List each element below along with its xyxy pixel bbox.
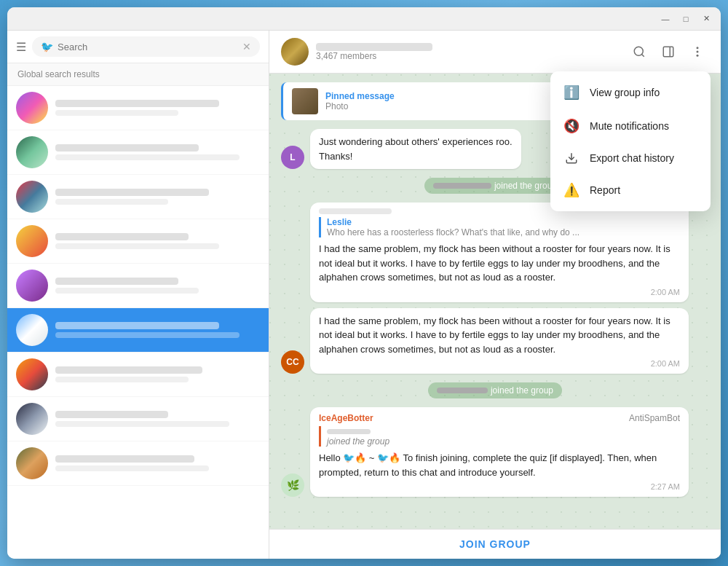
main-content: ☰ 🐦 ✕ Global search results bbox=[7, 31, 721, 559]
avatar bbox=[16, 225, 48, 257]
chat-list bbox=[7, 86, 269, 559]
group-avatar bbox=[281, 38, 309, 66]
pinned-subtitle: Photo bbox=[325, 101, 395, 111]
more-options-button[interactable] bbox=[686, 40, 709, 63]
svg-point-6 bbox=[697, 55, 699, 57]
antispam-quote: joined the group bbox=[319, 426, 680, 447]
list-item[interactable] bbox=[7, 219, 269, 264]
search-bar: ☰ 🐦 ✕ bbox=[7, 31, 269, 63]
avatar bbox=[16, 358, 48, 390]
message-bubble: Just wondering about others' experiences… bbox=[310, 129, 521, 169]
svg-rect-2 bbox=[663, 47, 673, 57]
antispam-bubble: IceAgeBotter AntiSpamBot joined the grou… bbox=[310, 407, 689, 497]
dropdown-item-mute[interactable]: 🔇 Mute notifications bbox=[550, 109, 711, 143]
list-item[interactable] bbox=[7, 264, 269, 308]
list-item-active[interactable] bbox=[7, 308, 269, 353]
sidebar-toggle-button[interactable] bbox=[657, 40, 680, 63]
maximize-button[interactable]: □ bbox=[677, 10, 695, 28]
chat-preview bbox=[55, 421, 229, 427]
minimize-button[interactable]: — bbox=[657, 10, 674, 28]
system-message: joined the group bbox=[281, 382, 709, 398]
message-quote: Leslie Who here has a roosterless flock?… bbox=[319, 217, 680, 237]
antispam-bot-label: AntiSpamBot bbox=[629, 413, 680, 423]
chat-preview bbox=[55, 377, 189, 382]
antispam-time: 2:27 AM bbox=[319, 482, 680, 491]
message-text: I had the same problem, my flock has bee… bbox=[319, 314, 680, 357]
list-item[interactable] bbox=[7, 353, 269, 397]
dropdown-label: Export chat history bbox=[590, 152, 674, 164]
sender-avatar: L bbox=[281, 146, 304, 169]
system-message-bubble: joined the group bbox=[424, 178, 566, 194]
avatar bbox=[16, 270, 48, 302]
chat-preview bbox=[55, 288, 199, 294]
chat-name bbox=[55, 411, 168, 418]
avatar bbox=[16, 314, 48, 346]
right-panel: 3,467 members bbox=[269, 31, 721, 559]
left-panel: ☰ 🐦 ✕ Global search results bbox=[7, 31, 269, 559]
chat-name bbox=[55, 322, 219, 329]
chat-name bbox=[55, 366, 202, 374]
chat-name bbox=[55, 233, 189, 240]
chat-preview bbox=[55, 332, 240, 338]
avatar bbox=[16, 181, 48, 213]
dropdown-item-view-group-info[interactable]: ℹ️ View group info bbox=[550, 76, 711, 109]
antispam-sender: IceAgeBotter bbox=[319, 413, 373, 423]
close-button[interactable]: ✕ bbox=[697, 10, 715, 28]
chat-preview bbox=[55, 110, 178, 116]
message-text: I had the same problem, my flock has bee… bbox=[319, 242, 680, 285]
chat-name bbox=[55, 100, 219, 107]
list-item[interactable] bbox=[7, 397, 269, 441]
dropdown-menu: ℹ️ View group info 🔇 Mute notifications bbox=[550, 71, 711, 211]
svg-point-0 bbox=[634, 47, 643, 55]
chat-name bbox=[55, 278, 178, 285]
chat-name bbox=[55, 189, 209, 196]
list-item[interactable] bbox=[7, 441, 269, 486]
antispam-text: Hello 🐦🔥 ~ 🐦🔥 To finish joining, complet… bbox=[319, 451, 680, 479]
info-icon: ℹ️ bbox=[563, 84, 579, 101]
dropdown-item-report[interactable]: ⚠️ Report bbox=[550, 173, 711, 207]
antispam-quote-text: joined the group bbox=[327, 436, 389, 447]
message-time: 2:00 AM bbox=[319, 359, 680, 368]
svg-point-5 bbox=[697, 51, 699, 53]
avatar bbox=[16, 92, 48, 124]
dropdown-item-export[interactable]: Export chat history bbox=[550, 143, 711, 173]
chat-preview bbox=[55, 154, 240, 160]
message-bubble: I had the same problem, my flock has bee… bbox=[310, 308, 689, 374]
avatar bbox=[16, 447, 48, 479]
list-item[interactable] bbox=[7, 130, 269, 175]
chat-name bbox=[55, 144, 199, 152]
search-bird-icon: 🐦 bbox=[41, 41, 53, 52]
app-window: — □ ✕ ☰ 🐦 ✕ Global search results bbox=[7, 7, 721, 559]
export-icon bbox=[563, 152, 579, 165]
search-input[interactable] bbox=[58, 42, 238, 52]
svg-line-1 bbox=[641, 54, 644, 56]
pinned-thumbnail bbox=[292, 88, 318, 114]
system-message-bubble: joined the group bbox=[428, 382, 562, 398]
search-clear-icon[interactable]: ✕ bbox=[242, 41, 251, 52]
list-item[interactable] bbox=[7, 86, 269, 130]
quote-text: Who here has a roosterless flock? What's… bbox=[327, 227, 579, 237]
avatar bbox=[16, 136, 48, 168]
dropdown-label: Mute notifications bbox=[590, 120, 669, 132]
message-text: Just wondering about others' experiences… bbox=[319, 135, 513, 163]
hamburger-icon[interactable]: ☰ bbox=[16, 40, 26, 54]
group-info: 3,467 members bbox=[316, 43, 620, 61]
group-name bbox=[316, 43, 432, 51]
report-icon: ⚠️ bbox=[563, 182, 579, 198]
search-input-wrap: 🐦 ✕ bbox=[32, 36, 260, 57]
group-members: 3,467 members bbox=[316, 51, 620, 61]
mute-icon: 🔇 bbox=[563, 118, 579, 134]
global-search-label: Global search results bbox=[7, 63, 269, 86]
quote-author: Leslie bbox=[327, 217, 352, 227]
join-bar: JOIN GROUP bbox=[269, 529, 721, 559]
search-button[interactable] bbox=[628, 40, 651, 63]
antispam-row: 🌿 IceAgeBotter AntiSpamBot joined the gr… bbox=[281, 407, 709, 497]
join-group-button[interactable]: JOIN GROUP bbox=[459, 538, 531, 550]
svg-point-4 bbox=[697, 47, 699, 49]
dropdown-label: Report bbox=[590, 184, 620, 196]
antispam-avatar: 🌿 bbox=[281, 473, 304, 497]
message-time: 2:00 AM bbox=[319, 288, 680, 296]
pinned-title: Pinned message bbox=[325, 91, 395, 101]
list-item[interactable] bbox=[7, 175, 269, 219]
sender-avatar: CC bbox=[281, 350, 304, 374]
